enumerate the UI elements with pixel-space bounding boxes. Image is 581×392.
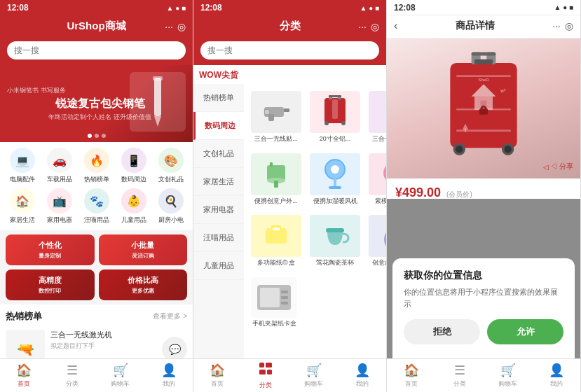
promo-sub-4: 更多优惠 — [132, 287, 154, 295]
phone1-search-input[interactable] — [7, 41, 186, 59]
menu-icon[interactable]: ··· — [165, 21, 173, 32]
phone2-search-input[interactable] — [200, 41, 379, 59]
tab-label-category-3: 分类 — [453, 379, 466, 388]
hot-section-more[interactable]: 查看更多 > — [153, 312, 187, 321]
cat-item-kitchen[interactable]: 🍳 厨房小电 — [154, 188, 187, 225]
sidebar-item-appliance[interactable]: 家用电器 — [193, 196, 244, 224]
product-share-button[interactable]: ◁ ◁ 分享 — [543, 162, 573, 172]
phone1-tab-bar: 🏠 首页 ☰ 分类 🛒 购物车 👤 我的 — [0, 358, 193, 392]
tab-home-3[interactable]: 🏠 首页 — [387, 363, 435, 388]
tab-cart-1[interactable]: 🛒 购物车 — [97, 363, 145, 388]
sidebar-item-home[interactable]: 家居生活 — [193, 168, 244, 196]
phone2-menu-icon[interactable]: ··· — [358, 21, 367, 32]
permission-deny-button[interactable]: 拒绝 — [404, 319, 480, 344]
product-comment-icon[interactable]: 💬 — [162, 337, 187, 358]
product-item-blender[interactable]: 三合一料理机... — [366, 88, 386, 146]
cat-item-kids[interactable]: 👶 儿童用品 — [117, 188, 150, 225]
svg-rect-52 — [456, 75, 511, 77]
product-item-laser[interactable]: 三合一无线贴... — [248, 88, 304, 146]
svg-rect-54 — [456, 130, 511, 132]
location-icon[interactable]: ◎ — [177, 21, 186, 32]
sidebar-item-digital[interactable]: 数码周边 — [193, 112, 244, 140]
tab-mine-1[interactable]: 👤 我的 — [144, 363, 193, 388]
svg-point-12 — [341, 121, 346, 125]
phone1-title: UrShop商城 — [67, 20, 125, 33]
tab-category-1[interactable]: ☰ 分类 — [48, 363, 97, 388]
fan-svg — [319, 157, 351, 192]
phone2-location-icon[interactable]: ◎ — [371, 21, 379, 32]
svg-rect-38 — [281, 302, 288, 304]
product-card-laser[interactable]: 🔫 三合一无线激光机 拟定题目打下手 💬 — [0, 326, 193, 358]
svg-rect-36 — [281, 290, 288, 293]
product-img-laser — [251, 91, 301, 133]
cat-label-car: 车载用品 — [47, 175, 72, 184]
promo-card-price[interactable]: 价格比高 更多优惠 — [99, 270, 188, 300]
tab-category-2[interactable]: 分类 — [242, 362, 290, 390]
product-name-teacup: 莺花陶瓷茶杯 — [316, 259, 354, 267]
phone1-header-icons: ··· ◎ — [165, 21, 186, 32]
cat-item-pet[interactable]: 🐾 汪喵用品 — [80, 188, 113, 225]
cart-icon-2: 🛒 — [306, 363, 322, 378]
banner-main-text: 锐途复古包尖钢笔 — [7, 97, 193, 111]
cat-item-computer[interactable]: 💻 电脑配件 — [6, 148, 39, 184]
product-item-outdoor[interactable]: 便携创意户外... — [248, 150, 304, 209]
cat-item-gift[interactable]: 🎨 文创礼品 — [154, 148, 187, 184]
phone3-header: ‹ 商品详情 ··· ◎ — [387, 15, 580, 38]
phone1-scroll: 小米钢笔书 书写服务 锐途复古包尖钢笔 年终活动定制个人姓名 还升级价值值 — [0, 65, 193, 358]
promo-card-personalized[interactable]: 个性化 量身定制 — [6, 234, 95, 265]
product-item-massager[interactable]: 紫模按摩仪器 — [366, 150, 386, 209]
mine-icon-3: 👤 — [549, 363, 564, 378]
cat-item-appliance[interactable]: 📺 家用电器 — [43, 188, 76, 225]
svg-rect-13 — [332, 99, 338, 119]
cat-label-gift: 文创礼品 — [158, 175, 184, 184]
tab-cart-3[interactable]: 🛒 购物车 — [484, 363, 532, 388]
svg-rect-37 — [281, 296, 288, 299]
promo-card-precision[interactable]: 高精度 数控打印 — [6, 270, 95, 300]
sidebar-item-hot[interactable]: 热销榜单 — [193, 84, 244, 112]
tab-mine-3[interactable]: 👤 我的 — [532, 363, 580, 388]
phone3-menu-icon[interactable]: ··· — [552, 20, 561, 31]
sidebar-item-kids[interactable]: 儿童用品 — [193, 252, 244, 280]
svg-rect-30 — [273, 227, 280, 230]
hot-section-title: 热销榜单 — [6, 310, 42, 323]
category-grid-icon — [259, 362, 273, 376]
cat-item-car[interactable]: 🚗 车载用品 — [43, 148, 76, 184]
cat-item-hot[interactable]: 🔥 热销榜单 — [80, 148, 113, 184]
wow-label: WOW尖货 — [193, 65, 386, 84]
sidebar-item-pet[interactable]: 汪喵用品 — [193, 224, 244, 252]
product-item-tissuebox[interactable]: 多功能纸巾盒 — [248, 212, 304, 270]
phone1-banner[interactable]: 小米钢笔书 书写服务 锐途复古包尖钢笔 年终活动定制个人姓名 还升级价值值 — [0, 65, 193, 142]
tab-home-1[interactable]: 🏠 首页 — [0, 363, 48, 388]
price-row: ¥499.00 (会员价) — [395, 186, 572, 199]
permission-allow-button[interactable]: 允许 — [487, 319, 563, 344]
phone2: 12:08 ▲ ● ■ 分类 ··· ◎ WOW尖货 热销榜单 数码周边 文创礼… — [193, 0, 387, 392]
promo-card-small-batch[interactable]: 小批量 灵活订购 — [99, 234, 188, 265]
laser-svg — [259, 94, 294, 130]
tab-cart-2[interactable]: 🛒 购物车 — [290, 363, 339, 388]
tab-label-mine-3: 我的 — [550, 379, 563, 388]
tab-label-cart-3: 购物车 — [498, 379, 517, 388]
promo-sub-1: 量身定制 — [39, 252, 61, 260]
permission-overlay: 获取你的位置信息 你的位置信息将用于小程序位置搜索的效果展示 拒绝 允许 — [387, 199, 580, 359]
product-item-luggage[interactable]: 20寸全铝... — [307, 88, 363, 146]
phone3-share-icon[interactable]: ◎ — [565, 20, 573, 31]
product-name-fan: 便携加湿暖风机 — [313, 197, 357, 206]
tab-category-3[interactable]: ☰ 分类 — [435, 363, 484, 388]
cat-item-home[interactable]: 🏠 家居生活 — [6, 188, 39, 225]
product-name-tissuebox: 多功能纸巾盒 — [257, 259, 295, 267]
product-item-teacup[interactable]: 莺花陶瓷茶杯 — [307, 212, 363, 270]
product-item-fan[interactable]: 便携加湿暖风机 — [307, 150, 363, 209]
product-item-humidifier[interactable]: 创意山泉加湿器 — [366, 212, 386, 270]
product-item-phoneholder[interactable]: 手机夹架纸卡盒 — [248, 274, 300, 331]
tab-label-category-1: 分类 — [66, 379, 78, 388]
tab-home-2[interactable]: 🏠 首页 — [193, 363, 242, 388]
tab-mine-2[interactable]: 👤 我的 — [338, 363, 386, 388]
cat-item-digital[interactable]: 📱 数码周边 — [117, 148, 150, 184]
sidebar-item-gift[interactable]: 文创礼品 — [193, 140, 244, 168]
tab-label-cart-2: 购物车 — [304, 379, 323, 388]
cat-label-kitchen: 厨房小电 — [158, 216, 184, 225]
svg-rect-10 — [329, 95, 341, 97]
luggage-small-svg — [319, 94, 351, 130]
svg-rect-35 — [260, 288, 280, 307]
permission-buttons: 拒绝 允许 — [404, 319, 563, 344]
